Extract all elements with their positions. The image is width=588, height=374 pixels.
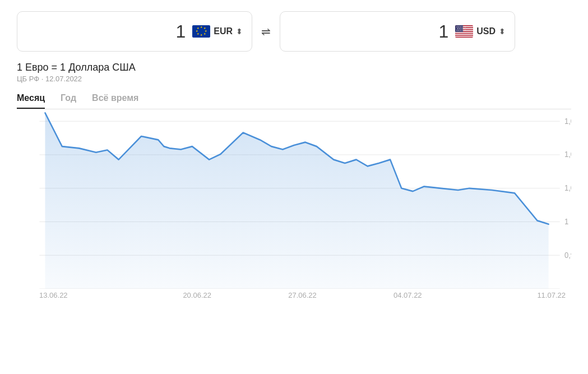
tabs-row: Месяц Год Всё время (17, 93, 571, 109)
rate-main-text: 1 Евро = 1 Доллара США (17, 62, 571, 73)
tab-month[interactable]: Месяц (17, 93, 45, 109)
to-currency-selector[interactable]: ★★★★★★ ★★★★★ ★★★★★★ USD ⬍ (455, 25, 506, 38)
swap-button[interactable]: ⇌ (259, 25, 273, 38)
chart-area: 1,06 1,04 1,02 1 0,98 (17, 109, 571, 289)
x-label-3: 04.07.22 (355, 291, 460, 299)
x-label-0: 13.06.22 (17, 291, 145, 299)
svg-text:1,02: 1,02 (564, 184, 571, 192)
x-label-1: 20.06.22 (145, 291, 250, 299)
rate-source-text: ЦБ РФ · 12.07.2022 (17, 75, 571, 83)
to-currency-chevron[interactable]: ⬍ (499, 27, 506, 36)
from-currency-box[interactable]: 1 ★ ★ ★ ★ ★ ★ ★ ★ EUR ⬍ (17, 11, 252, 52)
svg-rect-13 (455, 32, 473, 33)
x-label-4: 11.07.22 (460, 291, 571, 299)
from-currency-selector[interactable]: ★ ★ ★ ★ ★ ★ ★ ★ EUR ⬍ (192, 25, 243, 38)
chart-fill (45, 113, 548, 289)
x-label-2: 27.06.22 (250, 291, 355, 299)
svg-rect-15 (455, 36, 473, 37)
rate-info: 1 Евро = 1 Доллара США ЦБ РФ · 12.07.202… (17, 62, 571, 83)
svg-text:1: 1 (564, 217, 568, 225)
chart-x-labels: 13.06.22 20.06.22 27.06.22 04.07.22 11.0… (17, 289, 571, 299)
svg-text:★★★★★★: ★★★★★★ (456, 29, 466, 31)
eur-flag-icon: ★ ★ ★ ★ ★ ★ ★ ★ (192, 25, 210, 38)
from-currency-chevron[interactable]: ⬍ (236, 27, 243, 36)
from-amount: 1 (26, 21, 186, 42)
converter-row: 1 ★ ★ ★ ★ ★ ★ ★ ★ EUR ⬍ (17, 11, 571, 52)
chart-svg: 1,06 1,04 1,02 1 0,98 (17, 109, 571, 289)
svg-text:1,04: 1,04 (564, 150, 571, 159)
svg-text:0,98: 0,98 (564, 251, 571, 259)
to-currency-box[interactable]: 1 ★★★★★★ ★★★★★ ★★★★★★ USD ⬍ (280, 11, 515, 52)
svg-rect-14 (455, 34, 473, 35)
svg-text:1,06: 1,06 (564, 117, 571, 125)
to-currency-code: USD (476, 26, 496, 36)
from-currency-code: EUR (214, 26, 233, 36)
tab-alltime[interactable]: Всё время (92, 93, 138, 109)
to-amount: 1 (289, 21, 448, 42)
tab-year[interactable]: Год (61, 93, 76, 109)
usd-flag-icon: ★★★★★★ ★★★★★ ★★★★★★ (455, 25, 473, 38)
